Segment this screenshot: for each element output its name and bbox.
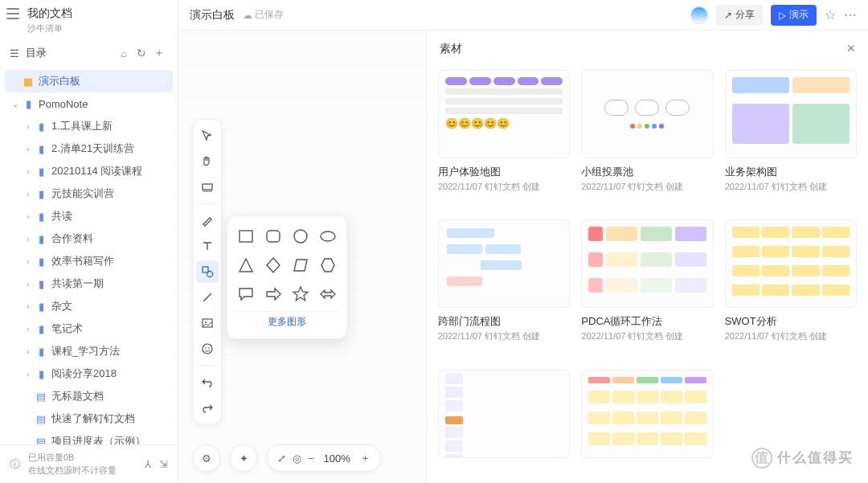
shape-star[interactable]	[290, 284, 311, 305]
tree-item-label: 项目进度表（示例）	[51, 434, 145, 444]
fit-icon[interactable]: ⤢	[277, 452, 286, 465]
material-card[interactable]	[438, 370, 570, 472]
expand-arrow-icon[interactable]: ⌄	[10, 100, 21, 108]
settings-icon[interactable]: ⚙	[193, 444, 220, 472]
material-card[interactable]	[581, 370, 713, 472]
text-tool[interactable]	[196, 235, 219, 257]
shape-speech[interactable]	[235, 284, 256, 305]
more-shapes-link[interactable]: 更多图形	[235, 311, 338, 332]
add-icon[interactable]: ＋	[150, 46, 168, 60]
image-tool[interactable]	[196, 312, 219, 334]
tree-item[interactable]: ›▮合作资料	[5, 227, 173, 250]
tree-item[interactable]: ›▮共读第一期	[5, 272, 173, 295]
zoom-out-icon[interactable]: −	[308, 452, 314, 465]
shape-arrow[interactable]	[263, 284, 284, 305]
material-card[interactable]: SWOT分析2022/11/07 钉钉文档 创建	[725, 219, 857, 356]
tree-item[interactable]: ▤无标题文档	[5, 385, 173, 407]
svg-point-6	[205, 321, 207, 323]
tree-item[interactable]: ▤项目进度表（示例）	[5, 430, 173, 444]
svg-point-12	[294, 230, 307, 243]
expand-arrow-icon[interactable]: ›	[23, 325, 34, 334]
tree-item-label: 杂文	[51, 299, 72, 313]
shape-rounded-rect[interactable]	[263, 226, 284, 247]
shape-parallelogram[interactable]	[290, 255, 311, 276]
expand-arrow-icon[interactable]: ›	[23, 145, 34, 153]
tree-item[interactable]: ›▮共读	[5, 205, 173, 227]
tree-item[interactable]: ›▮元技能实训营	[5, 182, 173, 205]
expand-arrow-icon[interactable]: ›	[23, 347, 34, 356]
shape-double-arrow[interactable]	[317, 284, 338, 305]
expand-arrow-icon[interactable]: ›	[23, 280, 34, 289]
tree-item[interactable]: ▤快速了解钉钉文档	[5, 407, 173, 430]
hand-tool[interactable]	[196, 150, 219, 173]
redo-icon[interactable]	[196, 396, 219, 419]
star-icon[interactable]: ☆	[825, 7, 836, 23]
shape-circle[interactable]	[290, 226, 311, 247]
tree-item[interactable]: ›▮效率书籍写作	[5, 250, 173, 272]
expand-arrow-icon[interactable]: ›	[23, 235, 34, 244]
material-card[interactable]: 😊😊😊😊😊用户体验地图2022/11/07 钉钉文档 创建	[438, 70, 570, 207]
frame-tool[interactable]	[196, 176, 219, 199]
tree-item[interactable]: ›▮1.工具课上新	[5, 115, 173, 137]
shape-hexagon[interactable]	[317, 255, 338, 276]
expand-arrow-icon[interactable]: ›	[23, 190, 34, 199]
expand-arrow-icon[interactable]: ›	[23, 370, 34, 379]
line-tool[interactable]	[196, 286, 219, 309]
svg-rect-2	[203, 267, 208, 272]
export-icon[interactable]: ⇲	[159, 458, 168, 470]
search-icon[interactable]: ⌕	[115, 47, 133, 59]
expand-arrow-icon[interactable]: ›	[23, 212, 34, 221]
expand-arrow-icon[interactable]: ›	[23, 302, 34, 311]
share-button[interactable]: ↗ 分享	[716, 5, 763, 26]
select-tool[interactable]	[196, 125, 219, 147]
card-meta: 2022/11/07 钉钉文档 创建	[725, 330, 857, 342]
tree-item[interactable]: ›▮2.清单21天训练营	[5, 137, 173, 160]
tree-item[interactable]: ›▮笔记术	[5, 317, 173, 340]
undo-icon[interactable]	[196, 370, 219, 393]
tree-item-label: PomoNote	[39, 98, 88, 110]
material-card[interactable]: 小组投票池2022/11/07 钉钉文档 创建	[581, 70, 713, 207]
cloud-check-icon: ☁︎	[243, 10, 252, 21]
tree-item[interactable]: ›▮杂文	[5, 295, 173, 317]
zoom-in-icon[interactable]: ＋	[360, 451, 371, 465]
external-link-icon: ↗	[724, 10, 732, 21]
tree-item-label: 合作资料	[51, 231, 93, 246]
shape-diamond[interactable]	[263, 255, 284, 276]
menu-icon[interactable]	[6, 8, 19, 19]
card-title: 跨部门流程图	[438, 314, 570, 329]
pen-tool[interactable]	[196, 209, 219, 231]
svg-point-7	[203, 344, 212, 354]
tree-item[interactable]: ⌄▮PomoNote	[5, 92, 173, 115]
share-tree-icon[interactable]: ⅄	[145, 458, 151, 470]
tree-item-label: 阅读分享2018	[51, 366, 117, 381]
directory-tree-icon: ☰	[10, 47, 19, 59]
card-meta: 2022/11/07 钉钉文档 创建	[438, 330, 570, 342]
more-icon[interactable]: ⋯	[844, 7, 857, 23]
tool-palette	[193, 119, 222, 424]
shape-triangle[interactable]	[235, 255, 256, 276]
expand-arrow-icon[interactable]: ›	[23, 257, 34, 266]
tree-item[interactable]: ›▮20210114 阅读课程	[5, 160, 173, 182]
tree-item-label: 笔记术	[51, 321, 83, 336]
tree-item[interactable]: ›▮课程_学习方法	[5, 340, 173, 362]
material-card[interactable]: PDCA循环工作法2022/11/07 钉钉文档 创建	[581, 219, 713, 356]
info-icon[interactable]: ⓘ	[10, 457, 20, 472]
target-icon[interactable]: ◎	[293, 452, 301, 465]
shape-tool[interactable]	[196, 260, 219, 283]
tree-item[interactable]: ›▮阅读分享2018	[5, 362, 173, 385]
expand-arrow-icon[interactable]: ›	[23, 167, 34, 176]
tree-item[interactable]: ▦演示白板	[5, 70, 173, 92]
card-meta: 2022/11/07 钉钉文档 创建	[581, 181, 713, 193]
shape-ellipse[interactable]	[317, 226, 338, 247]
material-card[interactable]: 业务架构图2022/11/07 钉钉文档 创建	[725, 70, 857, 207]
refresh-icon[interactable]: ↻	[133, 47, 150, 59]
material-card[interactable]: 跨部门流程图2022/11/07 钉钉文档 创建	[438, 219, 570, 356]
magic-icon[interactable]: ✦	[230, 444, 257, 472]
close-icon[interactable]: ×	[846, 40, 855, 57]
expand-arrow-icon[interactable]: ›	[23, 122, 34, 131]
shape-rectangle[interactable]	[235, 226, 256, 247]
emoji-tool[interactable]	[196, 338, 219, 360]
present-button[interactable]: ▷ 演示	[771, 5, 817, 26]
avatar[interactable]	[690, 6, 708, 24]
svg-point-13	[321, 231, 335, 241]
